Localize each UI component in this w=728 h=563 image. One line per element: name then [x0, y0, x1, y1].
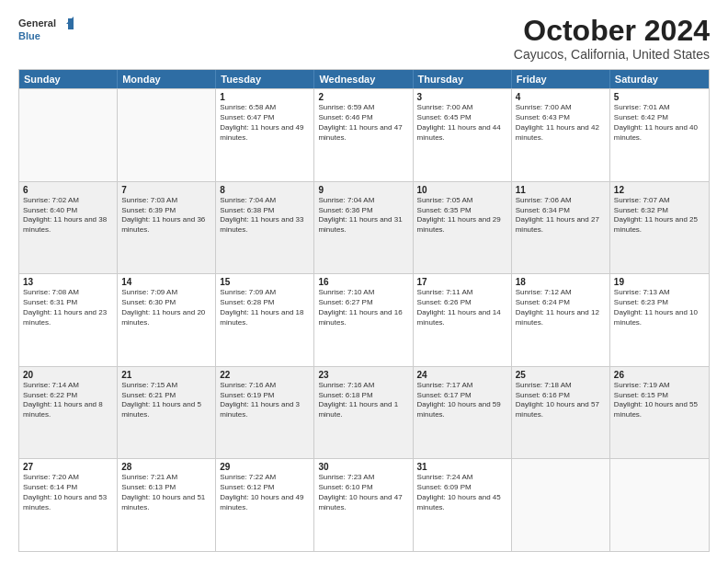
day-number: 8 [220, 185, 310, 195]
day-number: 12 [614, 185, 705, 195]
calendar-header-cell: Tuesday [216, 70, 314, 88]
day-number: 18 [516, 277, 606, 287]
day-content: Sunrise: 6:59 AM Sunset: 6:46 PM Dayligh… [318, 103, 408, 143]
day-content: Sunrise: 7:02 AM Sunset: 6:40 PM Dayligh… [23, 196, 113, 236]
day-content: Sunrise: 7:04 AM Sunset: 6:38 PM Dayligh… [220, 196, 310, 236]
calendar-cell: 3Sunrise: 7:00 AM Sunset: 6:45 PM Daylig… [414, 89, 512, 181]
day-number: 11 [516, 185, 606, 195]
day-content: Sunrise: 7:00 AM Sunset: 6:45 PM Dayligh… [417, 103, 507, 143]
page-header: General Blue October 2024 Cayucos, Calif… [18, 15, 710, 62]
day-content: Sunrise: 7:24 AM Sunset: 6:09 PM Dayligh… [417, 473, 507, 512]
day-number: 29 [220, 462, 310, 472]
day-content: Sunrise: 7:14 AM Sunset: 6:22 PM Dayligh… [23, 381, 113, 420]
day-number: 17 [417, 277, 507, 287]
calendar-cell [19, 89, 118, 181]
day-content: Sunrise: 7:23 AM Sunset: 6:10 PM Dayligh… [318, 473, 408, 512]
logo: General Blue [18, 15, 74, 46]
day-content: Sunrise: 7:18 AM Sunset: 6:16 PM Dayligh… [516, 381, 606, 420]
day-number: 16 [318, 277, 408, 287]
main-title: October 2024 [514, 15, 710, 47]
calendar-cell [512, 459, 610, 551]
calendar-cell: 25Sunrise: 7:18 AM Sunset: 6:16 PM Dayli… [512, 367, 610, 459]
day-number: 9 [318, 185, 408, 195]
day-content: Sunrise: 7:16 AM Sunset: 6:19 PM Dayligh… [220, 381, 310, 420]
calendar-header-cell: Monday [118, 70, 216, 88]
day-number: 10 [417, 185, 507, 195]
calendar-header: SundayMondayTuesdayWednesdayThursdayFrid… [19, 70, 709, 88]
day-number: 19 [614, 277, 705, 287]
day-number: 14 [121, 277, 211, 287]
day-content: Sunrise: 7:08 AM Sunset: 6:31 PM Dayligh… [23, 288, 113, 327]
calendar-cell: 30Sunrise: 7:23 AM Sunset: 6:10 PM Dayli… [314, 459, 413, 551]
day-content: Sunrise: 7:17 AM Sunset: 6:17 PM Dayligh… [417, 381, 507, 420]
calendar-cell: 24Sunrise: 7:17 AM Sunset: 6:17 PM Dayli… [414, 367, 512, 459]
day-number: 25 [516, 370, 606, 380]
day-content: Sunrise: 7:04 AM Sunset: 6:36 PM Dayligh… [318, 196, 408, 236]
calendar-cell [610, 459, 709, 551]
calendar-cell: 22Sunrise: 7:16 AM Sunset: 6:19 PM Dayli… [216, 367, 314, 459]
day-number: 2 [318, 92, 408, 102]
calendar-cell: 4Sunrise: 7:00 AM Sunset: 6:43 PM Daylig… [512, 89, 610, 181]
title-block: October 2024 Cayucos, California, United… [514, 15, 710, 62]
calendar-cell: 13Sunrise: 7:08 AM Sunset: 6:31 PM Dayli… [19, 274, 118, 366]
calendar-cell: 15Sunrise: 7:09 AM Sunset: 6:28 PM Dayli… [216, 274, 314, 366]
calendar-week-row: 6Sunrise: 7:02 AM Sunset: 6:40 PM Daylig… [19, 181, 709, 274]
calendar-cell: 31Sunrise: 7:24 AM Sunset: 6:09 PM Dayli… [414, 459, 512, 551]
day-number: 20 [23, 370, 113, 380]
day-content: Sunrise: 7:21 AM Sunset: 6:13 PM Dayligh… [121, 473, 211, 512]
day-number: 13 [23, 277, 113, 287]
day-content: Sunrise: 6:58 AM Sunset: 6:47 PM Dayligh… [220, 103, 310, 143]
calendar-cell: 29Sunrise: 7:22 AM Sunset: 6:12 PM Dayli… [216, 459, 314, 551]
calendar-cell: 1Sunrise: 6:58 AM Sunset: 6:47 PM Daylig… [216, 89, 314, 181]
calendar-header-cell: Thursday [414, 70, 512, 88]
day-number: 28 [121, 462, 211, 472]
day-content: Sunrise: 7:05 AM Sunset: 6:35 PM Dayligh… [417, 196, 507, 236]
day-number: 5 [614, 92, 705, 102]
day-content: Sunrise: 7:09 AM Sunset: 6:30 PM Dayligh… [121, 288, 211, 327]
day-number: 27 [23, 462, 113, 472]
svg-text:General: General [18, 17, 56, 29]
day-content: Sunrise: 7:22 AM Sunset: 6:12 PM Dayligh… [220, 473, 310, 512]
day-content: Sunrise: 7:10 AM Sunset: 6:27 PM Dayligh… [318, 288, 408, 327]
day-content: Sunrise: 7:01 AM Sunset: 6:42 PM Dayligh… [614, 103, 705, 143]
day-number: 21 [121, 370, 211, 380]
calendar-cell: 11Sunrise: 7:06 AM Sunset: 6:34 PM Dayli… [512, 182, 610, 274]
day-number: 3 [417, 92, 507, 102]
calendar-cell: 8Sunrise: 7:04 AM Sunset: 6:38 PM Daylig… [216, 182, 314, 274]
day-number: 6 [23, 185, 113, 195]
day-number: 23 [318, 370, 408, 380]
day-content: Sunrise: 7:16 AM Sunset: 6:18 PM Dayligh… [318, 381, 408, 420]
calendar-cell: 26Sunrise: 7:19 AM Sunset: 6:15 PM Dayli… [610, 367, 709, 459]
calendar-header-cell: Sunday [19, 70, 118, 88]
day-number: 26 [614, 370, 705, 380]
calendar-header-cell: Saturday [610, 70, 709, 88]
logo-svg: General Blue [18, 15, 74, 46]
day-content: Sunrise: 7:11 AM Sunset: 6:26 PM Dayligh… [417, 288, 507, 327]
day-content: Sunrise: 7:15 AM Sunset: 6:21 PM Dayligh… [121, 381, 211, 420]
calendar-cell: 10Sunrise: 7:05 AM Sunset: 6:35 PM Dayli… [414, 182, 512, 274]
calendar-cell: 16Sunrise: 7:10 AM Sunset: 6:27 PM Dayli… [314, 274, 413, 366]
calendar-cell: 28Sunrise: 7:21 AM Sunset: 6:13 PM Dayli… [118, 459, 216, 551]
day-number: 31 [417, 462, 507, 472]
day-content: Sunrise: 7:03 AM Sunset: 6:39 PM Dayligh… [121, 196, 211, 236]
subtitle: Cayucos, California, United States [514, 47, 710, 62]
calendar-cell: 21Sunrise: 7:15 AM Sunset: 6:21 PM Dayli… [118, 367, 216, 459]
day-content: Sunrise: 7:07 AM Sunset: 6:32 PM Dayligh… [614, 196, 705, 236]
calendar-cell: 7Sunrise: 7:03 AM Sunset: 6:39 PM Daylig… [118, 182, 216, 274]
calendar-cell: 9Sunrise: 7:04 AM Sunset: 6:36 PM Daylig… [314, 182, 413, 274]
calendar-header-cell: Wednesday [314, 70, 413, 88]
calendar-cell: 6Sunrise: 7:02 AM Sunset: 6:40 PM Daylig… [19, 182, 118, 274]
day-number: 24 [417, 370, 507, 380]
day-content: Sunrise: 7:20 AM Sunset: 6:14 PM Dayligh… [23, 473, 113, 512]
calendar-cell: 27Sunrise: 7:20 AM Sunset: 6:14 PM Dayli… [19, 459, 118, 551]
calendar-cell: 18Sunrise: 7:12 AM Sunset: 6:24 PM Dayli… [512, 274, 610, 366]
calendar-cell [118, 89, 216, 181]
day-number: 1 [220, 92, 310, 102]
day-content: Sunrise: 7:09 AM Sunset: 6:28 PM Dayligh… [220, 288, 310, 327]
calendar-week-row: 27Sunrise: 7:20 AM Sunset: 6:14 PM Dayli… [19, 458, 709, 551]
calendar-cell: 14Sunrise: 7:09 AM Sunset: 6:30 PM Dayli… [118, 274, 216, 366]
calendar-week-row: 20Sunrise: 7:14 AM Sunset: 6:22 PM Dayli… [19, 366, 709, 459]
calendar-cell: 17Sunrise: 7:11 AM Sunset: 6:26 PM Dayli… [414, 274, 512, 366]
svg-text:Blue: Blue [18, 30, 40, 41]
calendar-week-row: 13Sunrise: 7:08 AM Sunset: 6:31 PM Dayli… [19, 273, 709, 366]
